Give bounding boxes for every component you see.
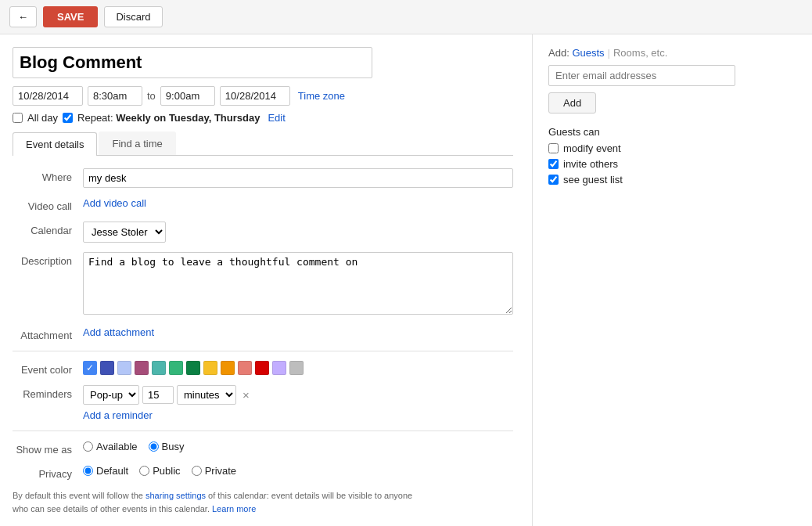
timezone-link[interactable]: Time zone (298, 90, 345, 102)
where-input[interactable] (83, 168, 513, 188)
color-swatch-sage[interactable] (169, 361, 183, 375)
busy-option[interactable]: Busy (149, 441, 185, 452)
color-swatch-peacock[interactable] (272, 361, 286, 375)
reminder-row: Pop-up minutes × (83, 385, 513, 405)
reminders-label: Reminders (13, 385, 83, 400)
showmeas-value: Available Busy (83, 441, 513, 452)
color-swatch-tomato[interactable] (255, 361, 269, 375)
tab-find-time[interactable]: Find a time (99, 132, 175, 155)
tabs: Event details Find a time (13, 132, 513, 156)
back-button[interactable]: ← (9, 6, 37, 27)
back-icon: ← (18, 11, 28, 23)
toolbar: ← SAVE Discard (0, 0, 812, 34)
color-swatch-flamingo[interactable] (238, 361, 252, 375)
guests-link[interactable]: Guests (572, 47, 604, 59)
busy-label: Busy (162, 441, 185, 452)
learn-more-link[interactable]: Learn more (212, 504, 256, 513)
guest-option-invite: invite others (548, 158, 735, 170)
reminder-num-input[interactable] (142, 386, 174, 404)
where-value (83, 168, 513, 188)
color-swatch-lavender[interactable] (117, 361, 131, 375)
color-swatch-grape[interactable] (135, 361, 149, 375)
end-time-input[interactable] (160, 86, 215, 106)
pipe-separator: | (608, 47, 610, 59)
available-radio[interactable] (83, 441, 93, 452)
busy-radio[interactable] (149, 441, 159, 452)
color-swatch-teal[interactable] (152, 361, 166, 375)
color-field-row: Event color ✓ (13, 361, 513, 376)
reminder-unit-select[interactable]: minutes (177, 385, 236, 405)
color-swatch-calendar-default[interactable]: ✓ (83, 361, 97, 375)
private-label: Private (205, 465, 236, 477)
privacy-radio-group: Default Public Private (83, 465, 513, 477)
end-date-input[interactable] (220, 86, 290, 106)
add-reminder-link[interactable]: Add a reminder (83, 409, 153, 421)
discard-button[interactable]: Discard (104, 6, 162, 27)
allday-checkbox[interactable] (13, 113, 23, 123)
options-row: All day Repeat: Weekly on Tuesday, Thurs… (13, 112, 513, 124)
color-label: Event color (13, 361, 83, 376)
available-option[interactable]: Available (83, 441, 138, 452)
default-option[interactable]: Default (83, 465, 128, 477)
showmeas-field-row: Show me as Available Busy (13, 441, 513, 456)
see-guest-list-checkbox[interactable] (548, 175, 559, 185)
start-time-input[interactable] (88, 86, 142, 106)
guests-can-title: Guests can (548, 126, 735, 138)
email-input[interactable] (548, 65, 735, 86)
repeat-checkbox[interactable] (63, 113, 73, 123)
showmeas-radio-group: Available Busy (83, 441, 513, 452)
edit-repeat-link[interactable]: Edit (268, 112, 285, 124)
reminder-type-select[interactable]: Pop-up (83, 385, 139, 405)
color-swatch-basil[interactable] (186, 361, 200, 375)
calendar-select[interactable]: Jesse Stoler (83, 222, 166, 243)
privacy-value: Default Public Private (83, 465, 513, 477)
tab-event-details[interactable]: Event details (13, 132, 97, 156)
private-radio[interactable] (192, 466, 202, 476)
event-title-input[interactable] (13, 47, 372, 78)
reminders-field-row: Reminders Pop-up minutes × Add a reminde… (13, 385, 513, 421)
attachment-value: Add attachment (83, 326, 513, 338)
footer-note: By default this event will follow the sh… (13, 489, 419, 515)
divider-1 (13, 351, 513, 351)
repeat-label: Repeat: Weekly on Tuesday, Thursday (77, 112, 260, 124)
color-swatch-banana[interactable] (203, 361, 217, 375)
calendar-label: Calendar (13, 222, 83, 236)
guest-option-seeguest: see guest list (548, 174, 735, 186)
modify-event-checkbox[interactable] (548, 143, 559, 153)
sharing-settings-link[interactable]: sharing settings (146, 491, 206, 500)
color-swatch-tangerine[interactable] (221, 361, 235, 375)
add-attachment-link[interactable]: Add attachment (83, 326, 154, 338)
add-video-call-link[interactable]: Add video call (83, 197, 146, 209)
where-field-row: Where (13, 168, 513, 188)
description-input[interactable]: Find a blog to leave a thoughtful commen… (83, 252, 513, 315)
add-guest-button[interactable]: Add (548, 92, 596, 113)
public-radio[interactable] (139, 466, 149, 476)
add-label: Add: (548, 47, 569, 59)
private-option[interactable]: Private (192, 465, 236, 477)
datetime-row: to Time zone (13, 86, 513, 106)
calendar-field-row: Calendar Jesse Stoler (13, 222, 513, 243)
color-swatch-blueberry[interactable] (100, 361, 114, 375)
rooms-link[interactable]: Rooms, etc. (613, 47, 667, 59)
description-label: Description (13, 252, 83, 267)
invite-others-checkbox[interactable] (548, 159, 559, 169)
color-swatch-graphite[interactable] (289, 361, 304, 375)
start-date-input[interactable] (13, 86, 83, 106)
invite-others-label: invite others (563, 158, 618, 170)
available-label: Available (96, 441, 138, 452)
repeat-text: Repeat: (77, 112, 113, 124)
allday-label[interactable]: All day (27, 112, 58, 124)
save-button[interactable]: SAVE (43, 6, 98, 27)
privacy-label: Privacy (13, 465, 83, 480)
modify-event-label: modify event (563, 142, 621, 154)
sidebar-area: Add: Guests | Rooms, etc. Add Guests can… (532, 34, 751, 526)
calendar-value: Jesse Stoler (83, 222, 513, 243)
default-radio[interactable] (83, 466, 93, 476)
public-label: Public (153, 465, 180, 477)
showmeas-label: Show me as (13, 441, 83, 456)
attachment-label: Attachment (13, 326, 83, 341)
default-label: Default (96, 465, 128, 477)
remove-reminder-button[interactable]: × (243, 388, 250, 402)
public-option[interactable]: Public (139, 465, 180, 477)
reminders-value: Pop-up minutes × Add a reminder (83, 385, 513, 421)
